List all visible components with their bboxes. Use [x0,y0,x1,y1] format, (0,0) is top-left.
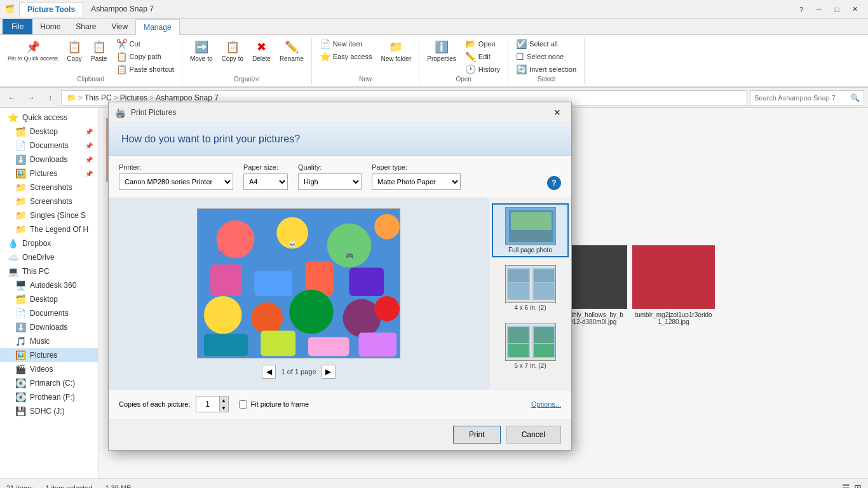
dialog-heading: How do you want to print your pictures? [121,133,559,145]
svg-text:💀: 💀 [288,240,297,248]
page-info: 1 of 1 page [281,368,316,376]
svg-rect-25 [511,230,552,241]
print-button[interactable]: Print [453,426,501,444]
layout-full-page[interactable]: Full page photo [492,203,569,257]
dialog-close-button[interactable]: ✕ [550,106,565,119]
quality-select[interactable]: HighMediumLowDraft [298,173,362,190]
print-preview: 👾 💀 🎮 ◀ 1 of 1 page ▶ [109,198,489,389]
layout-list: Full page photo [489,198,571,389]
svg-rect-29 [508,269,529,282]
help-info-button[interactable]: ? [547,176,561,190]
svg-point-10 [204,296,242,334]
dialog-overlay: 🖨️ Print Pictures ✕ How do you want to p… [0,0,868,488]
svg-text:👾: 👾 [216,247,224,255]
layout-4x6[interactable]: 4 x 6 in. (2) [492,261,569,315]
printer-select[interactable]: Canon MP280 series PrinterMicrosoft Prin… [119,173,233,190]
quality-option: Quality: HighMediumLowDraft [298,163,362,190]
svg-rect-7 [254,271,292,296]
svg-rect-39 [534,344,554,357]
paper-size-label: Paper size: [243,163,288,171]
layout-5x7-thumb [505,323,556,361]
svg-point-14 [374,296,400,322]
fit-checkbox[interactable] [239,400,247,409]
svg-rect-15 [204,334,248,356]
dialog-header: How do you want to print your pictures? [109,123,571,156]
preview-svg: 👾 💀 🎮 [198,208,400,358]
print-options-row: Printer: Canon MP280 series PrinterMicro… [109,156,571,198]
spin-up-button[interactable]: ▲ [219,396,228,404]
layout-full-label: Full page photo [508,247,552,254]
copies-input[interactable]: 1 ▲ ▼ [196,396,229,412]
dialog-title-icon: 🖨️ [115,107,126,118]
paper-type-option: Paper type: Matte Photo PaperGlossy Phot… [372,163,461,190]
dialog-title-text: Print Pictures [131,108,550,117]
svg-rect-30 [534,269,554,282]
dialog-title-bar: 🖨️ Print Pictures ✕ [109,102,571,123]
options-link[interactable]: Options... [531,400,561,408]
svg-rect-18 [358,333,397,357]
dialog-footer: Print Cancel [109,419,571,450]
copies-value[interactable]: 1 [196,396,219,412]
print-main-area: 👾 💀 🎮 ◀ 1 of 1 page ▶ [109,198,571,389]
paper-size-option: Paper size: A4Letter4x65x7 [243,163,288,190]
printer-option: Printer: Canon MP280 series PrinterMicro… [119,163,233,190]
quality-label: Quality: [298,163,362,171]
svg-point-11 [251,302,283,334]
layout-5x7[interactable]: 5 x 7 in. (2) [492,319,569,373]
fit-label: Fit picture to frame [251,400,309,408]
fit-checkbox-container[interactable]: Fit picture to frame [239,400,309,409]
print-dialog: 🖨️ Print Pictures ✕ How do you want to p… [108,102,572,451]
svg-rect-31 [508,283,529,299]
svg-rect-32 [534,283,554,299]
layout-5x7-label: 5 x 7 in. (2) [514,362,546,369]
copies-label: Copies of each picture: [119,400,191,408]
svg-rect-37 [534,327,554,343]
copies-row: Copies of each picture: 1 ▲ ▼ [119,396,229,412]
svg-rect-9 [349,268,384,296]
layout-full-thumb [505,207,556,245]
svg-point-12 [289,290,334,334]
copies-spinner: ▲ ▼ [219,396,228,412]
print-bottom: Copies of each picture: 1 ▲ ▼ Fit pictur… [109,389,571,419]
cancel-button[interactable]: Cancel [506,426,561,444]
svg-text:🎮: 🎮 [346,252,354,260]
printer-label: Printer: [119,163,233,171]
paper-size-select[interactable]: A4Letter4x65x7 [243,173,288,190]
layout-4x6-label: 4 x 6 in. (2) [514,304,546,311]
next-page-button[interactable]: ▶ [322,365,336,379]
spin-down-button[interactable]: ▼ [219,404,228,412]
svg-rect-17 [308,337,349,356]
layout-4x6-thumb [505,265,556,303]
svg-rect-38 [508,344,529,357]
svg-rect-24 [511,212,552,230]
paper-type-label: Paper type: [372,163,461,171]
svg-rect-36 [508,327,529,343]
svg-point-4 [327,224,372,268]
svg-rect-6 [210,264,242,296]
prev-page-button[interactable]: ◀ [262,365,276,379]
svg-rect-16 [261,331,295,356]
preview-navigation: ◀ 1 of 1 page ▶ [262,365,335,379]
svg-point-5 [374,214,400,240]
preview-image: 👾 💀 🎮 [197,208,400,358]
dialog-body: Printer: Canon MP280 series PrinterMicro… [109,156,571,419]
paper-type-select[interactable]: Matte Photo PaperGlossy Photo PaperPlain… [372,173,461,190]
